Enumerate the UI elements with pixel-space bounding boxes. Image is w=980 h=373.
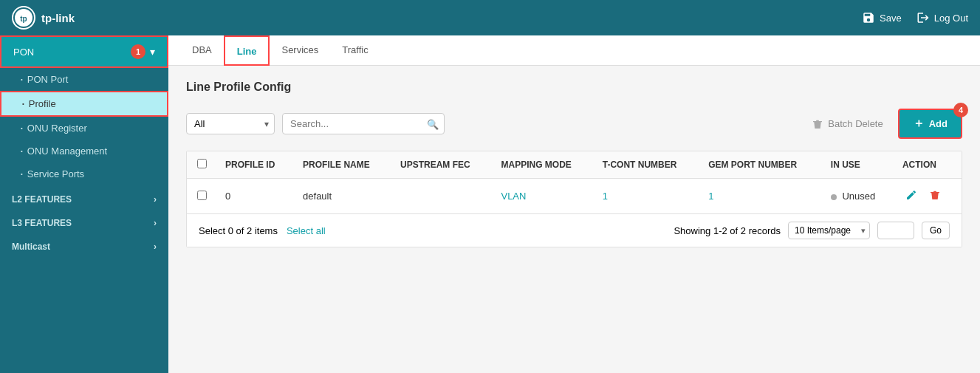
header-checkbox-col bbox=[187, 151, 216, 179]
sidebar-item-pon-port[interactable]: • PON Port bbox=[0, 68, 168, 91]
l3-features-section[interactable]: L3 FEATURES › bbox=[0, 209, 168, 233]
toolbar-left: All 🔍 bbox=[186, 113, 445, 134]
dot-icon-profile: • bbox=[22, 100, 24, 107]
filter-wrapper: All bbox=[186, 113, 275, 134]
gem-port-link[interactable]: 1 bbox=[708, 191, 713, 202]
table-header-row: PROFILE ID PROFILE NAME UPSTREAM FEC MAP… bbox=[187, 151, 962, 179]
plus-icon: ＋ bbox=[913, 116, 925, 131]
tabbar: DBA Line Services Traffic bbox=[168, 35, 980, 66]
logo-text: tp-link bbox=[41, 12, 75, 24]
tab-traffic[interactable]: Traffic bbox=[330, 35, 380, 66]
per-page-wrapper: 10 Items/page bbox=[788, 222, 870, 239]
row-checkbox-cell bbox=[187, 179, 216, 214]
data-table: PROFILE ID PROFILE NAME UPSTREAM FEC MAP… bbox=[187, 151, 962, 213]
trash-icon bbox=[812, 118, 823, 130]
delete-button[interactable] bbox=[926, 186, 944, 206]
logo-icon: tp bbox=[12, 6, 35, 30]
multicast-section[interactable]: Multicast › bbox=[0, 233, 168, 256]
header-gem-port-number: GEM PORT NUMBER bbox=[699, 151, 822, 179]
save-icon bbox=[862, 11, 875, 24]
svg-text:tp: tp bbox=[20, 15, 27, 23]
header-profile-id: PROFILE ID bbox=[216, 151, 294, 179]
logout-icon bbox=[916, 11, 930, 24]
action-buttons bbox=[902, 186, 953, 206]
topbar-actions: Save Log Out bbox=[862, 11, 968, 24]
toolbar: All 🔍 Batch Delete ＋ Add bbox=[186, 109, 962, 139]
l2-chevron-icon: › bbox=[154, 194, 157, 205]
table-wrapper: PROFILE ID PROFILE NAME UPSTREAM FEC MAP… bbox=[186, 151, 962, 247]
content-area: Line Profile Config All 🔍 bbox=[168, 66, 980, 373]
search-wrapper: 🔍 bbox=[282, 113, 445, 134]
header-upstream-fec: UPSTREAM FEC bbox=[391, 151, 493, 179]
l3-chevron-icon: › bbox=[154, 218, 157, 228]
sidebar: PON 1 ▾ • PON Port • Profile • ONU Regis… bbox=[0, 35, 168, 373]
service-ports-label: Service Ports bbox=[27, 168, 84, 179]
cell-profile-id: 0 bbox=[216, 179, 294, 214]
layout: PON 1 ▾ • PON Port • Profile • ONU Regis… bbox=[0, 35, 980, 373]
footer-right: Showing 1-2 of 2 records 10 Items/page G… bbox=[674, 222, 950, 239]
tab-dba[interactable]: DBA bbox=[180, 35, 224, 66]
l2-features-section[interactable]: L2 FEATURES › bbox=[0, 185, 168, 209]
showing-text: Showing 1-2 of 2 records bbox=[674, 225, 781, 236]
cell-profile-name: default bbox=[294, 179, 391, 214]
cell-action bbox=[894, 179, 962, 214]
cell-gem-port-number: 1 bbox=[699, 179, 822, 214]
logout-button[interactable]: Log Out bbox=[916, 11, 968, 24]
dot-icon-onu-mgmt: • bbox=[21, 148, 23, 154]
cell-upstream-fec bbox=[391, 179, 493, 214]
table-row: 0 default VLAN 1 1 bbox=[187, 179, 962, 214]
batch-delete-label: Batch Delete bbox=[828, 118, 883, 129]
logo: tp tp-link bbox=[12, 6, 75, 30]
mapping-mode-link[interactable]: VLAN bbox=[501, 191, 526, 202]
row-checkbox[interactable] bbox=[197, 191, 207, 200]
header-profile-name: PROFILE NAME bbox=[294, 151, 391, 179]
t-cont-link[interactable]: 1 bbox=[603, 191, 608, 202]
onu-management-label: ONU Management bbox=[27, 146, 107, 157]
save-button[interactable]: Save bbox=[862, 11, 902, 24]
tab-line[interactable]: Line bbox=[224, 35, 270, 66]
header-action: ACTION bbox=[894, 151, 962, 179]
dot-icon-svc: • bbox=[21, 171, 23, 177]
pon-chevron-icon: ▾ bbox=[150, 46, 155, 58]
header-mapping-mode: MAPPING MODE bbox=[492, 151, 593, 179]
sidebar-item-service-ports[interactable]: • Service Ports bbox=[0, 162, 168, 185]
profile-label: Profile bbox=[29, 98, 56, 109]
sidebar-item-onu-register[interactable]: • ONU Register bbox=[0, 117, 168, 140]
main-content: DBA Line Services Traffic Line Profile C… bbox=[168, 35, 980, 373]
multicast-chevron-icon: › bbox=[154, 242, 157, 252]
cell-t-cont-number: 1 bbox=[594, 179, 699, 214]
select-count: Select 0 of 2 items bbox=[199, 225, 278, 236]
sidebar-item-profile[interactable]: • Profile bbox=[0, 91, 168, 117]
go-button[interactable]: Go bbox=[922, 222, 950, 239]
batch-delete-button[interactable]: Batch Delete bbox=[804, 114, 890, 134]
onu-register-label: ONU Register bbox=[27, 123, 87, 134]
add-badge: 4 bbox=[953, 103, 968, 117]
add-button[interactable]: ＋ Add 4 bbox=[898, 109, 962, 139]
table-footer: Select 0 of 2 items Select all Showing 1… bbox=[187, 213, 962, 247]
footer-left: Select 0 of 2 items Select all bbox=[199, 225, 326, 236]
status-dot bbox=[831, 194, 837, 200]
page-title: Line Profile Config bbox=[186, 81, 962, 94]
l2-label: L2 FEATURES bbox=[12, 194, 72, 205]
filter-select[interactable]: All bbox=[186, 113, 275, 134]
dot-icon: • bbox=[21, 76, 23, 83]
add-label: Add bbox=[929, 118, 948, 129]
tab-services[interactable]: Services bbox=[270, 35, 330, 66]
select-all-link[interactable]: Select all bbox=[287, 225, 326, 236]
select-all-checkbox[interactable] bbox=[197, 159, 207, 168]
pon-badge: 1 bbox=[131, 44, 145, 59]
toolbar-right: Batch Delete ＋ Add 4 bbox=[804, 109, 962, 139]
delete-icon bbox=[929, 189, 941, 201]
search-input[interactable] bbox=[282, 113, 445, 134]
sidebar-pon-label: PON bbox=[13, 47, 34, 58]
edit-icon bbox=[905, 189, 917, 201]
per-page-select[interactable]: 10 Items/page bbox=[788, 222, 870, 239]
in-use-value: Unused bbox=[842, 191, 875, 202]
multicast-label: Multicast bbox=[12, 242, 50, 252]
sidebar-pon-group[interactable]: PON 1 ▾ bbox=[0, 35, 168, 68]
edit-button[interactable] bbox=[902, 186, 920, 206]
header-t-cont-number: T-CONT NUMBER bbox=[594, 151, 699, 179]
sidebar-item-onu-management[interactable]: • ONU Management bbox=[0, 140, 168, 162]
l3-label: L3 FEATURES bbox=[12, 218, 72, 228]
go-input[interactable] bbox=[877, 222, 914, 239]
